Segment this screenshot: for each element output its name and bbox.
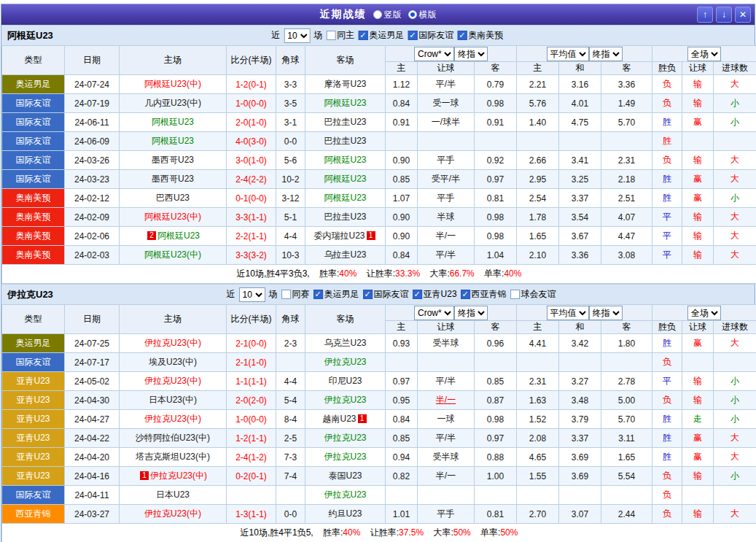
odds-cell: 0.90 (386, 151, 418, 170)
team-label: 沙特阿拉伯U23(中) (136, 433, 210, 443)
home-team-cell: 伊拉克U23(中) (120, 334, 227, 353)
corner-cell: 5-6 (276, 151, 305, 170)
score-cell: 1-0(0-0) (227, 410, 276, 429)
radio-checked-icon[interactable] (408, 10, 417, 19)
date-cell: 24-07-25 (65, 334, 120, 353)
filter-checkbox-option[interactable]: 球会友谊 (510, 288, 556, 301)
filter-checkbox-option[interactable]: 同主 (326, 29, 354, 42)
bookmaker-select[interactable]: Crow* (414, 47, 454, 61)
odds-cell: 2.31 (517, 372, 559, 391)
checkbox-icon[interactable] (413, 290, 422, 299)
filter-checkbox-option[interactable]: 奥运男足 (313, 288, 359, 301)
layout-option-vertical[interactable]: 竖版 (373, 9, 402, 21)
checkbox-icon[interactable] (363, 290, 373, 299)
odds-cell: 受半球 (418, 334, 475, 353)
filter-checkbox-option[interactable]: 同赛 (281, 288, 310, 301)
home-team-cell: 塔吉克斯坦U23(中) (120, 448, 227, 467)
odds-cell: 平手 (418, 189, 475, 208)
summary-stat-value: 40% (343, 527, 360, 538)
home-team-cell: 阿根廷U23(中) (120, 75, 227, 94)
filter-checkbox-option[interactable]: 奥运男足 (358, 29, 404, 42)
filter-checkbox-option[interactable]: 国际友谊 (408, 29, 453, 42)
sub-column-header: 主 (386, 321, 418, 334)
layout-option-horizontal[interactable]: 横版 (408, 9, 437, 21)
goals-result-cell: 大 (714, 208, 756, 227)
checkbox-icon[interactable] (510, 290, 520, 299)
arrow-up-icon: ↑ (703, 9, 707, 20)
filter-checkbox-option[interactable]: 奥南美预 (457, 29, 503, 42)
odds-cell: 0.84 (386, 246, 418, 265)
final-odds-select[interactable]: 终指 (589, 306, 623, 320)
bookmaker-select[interactable]: Crow* (414, 306, 454, 320)
match-count-select[interactable]: 10 (239, 287, 265, 302)
team-label: 伊拉克U23(中) (144, 338, 201, 348)
result-cell: 胜 (652, 448, 682, 467)
checkbox-icon[interactable] (326, 31, 335, 40)
scroll-down-button[interactable]: ↓ (716, 7, 732, 23)
final-odds-select[interactable]: 终指 (454, 47, 488, 61)
filter-checkbox-option[interactable]: 西亚青锦 (461, 288, 507, 301)
goals-result-cell (714, 486, 756, 505)
final-odds-select[interactable]: 终指 (454, 306, 488, 320)
odds-cell (386, 486, 418, 505)
odds-cell: 2.10 (517, 246, 559, 265)
away-team-cell: 泰国U23 (305, 467, 386, 486)
team-label: 阿根廷U23 (324, 155, 366, 165)
match-row: 国际友谊24-06-11阿根廷U232-0(1-0)3-1巴拉圭U230.91一… (2, 113, 756, 132)
odds-cell: 1.65 (601, 448, 652, 467)
result-cell: 负 (652, 94, 682, 113)
team-label: 巴西U23 (156, 193, 190, 203)
match-row: 亚青U2324-05-02伊拉克U23(中)1-1(1-1)4-4印尼U230.… (2, 372, 756, 391)
sub-column-header: 让球 (682, 321, 714, 334)
result-cell: 负 (652, 467, 682, 486)
sub-column-header: 进球数 (714, 321, 756, 334)
team-label: 委内瑞拉U23 (313, 231, 365, 241)
odds-cell: 2.18 (601, 170, 652, 189)
summary-stat-label: 单率: (478, 527, 501, 538)
match-row: 国际友谊24-03-23墨西哥U232-4(2-2)10-2阿根廷U230.85… (2, 170, 756, 189)
team-label: 阿根廷U23 (152, 136, 194, 146)
away-team-cell: 阿根廷U23 (305, 189, 386, 208)
checkbox-icon[interactable] (461, 290, 470, 299)
odds-cell: 0.93 (386, 334, 418, 353)
checkbox-icon[interactable] (313, 290, 323, 299)
period-select[interactable]: 全场 (687, 306, 721, 320)
date-cell: 24-04-30 (65, 391, 120, 410)
corner-cell (276, 486, 305, 505)
odds-cell: 0.94 (386, 448, 418, 467)
radio-unchecked-icon[interactable] (373, 10, 382, 19)
average-odds-select[interactable]: 平均值 (547, 306, 589, 320)
filter-checkbox-option[interactable]: 亚青U23 (413, 288, 457, 301)
checkbox-icon[interactable] (281, 290, 291, 299)
checkbox-icon[interactable] (457, 31, 467, 40)
final-odds-select[interactable]: 终指 (589, 47, 623, 61)
close-button[interactable]: ✕ (735, 7, 751, 23)
odds-cell: 0.81 (475, 505, 517, 524)
odds-cell: 0.90 (386, 227, 418, 246)
titlebar-buttons: ↑ ↓ ✕ (697, 7, 751, 23)
filter-checkbox-option[interactable]: 国际友谊 (363, 288, 409, 301)
team-label: 乌拉圭U23 (324, 249, 366, 260)
odds-cell: 1.55 (517, 467, 559, 486)
summary-prefix: 近10场,胜4平1负5, (241, 527, 313, 538)
odds-cell: 一/球半 (418, 113, 475, 132)
period-select[interactable]: 全场 (687, 47, 721, 61)
date-cell: 24-04-16 (65, 467, 120, 486)
checkbox-icon[interactable] (358, 31, 367, 40)
scroll-up-button[interactable]: ↑ (697, 7, 713, 23)
match-row: 亚青U2324-04-27伊拉克U23(中)1-0(0-0)8-4越南U2310… (2, 410, 756, 429)
asian-odds-header: Crow*终指 (386, 305, 517, 321)
score-cell: 2-0(2-0) (227, 391, 276, 410)
date-cell: 24-07-24 (65, 75, 120, 94)
odds-cell: 3.11 (601, 429, 652, 448)
corner-cell: 5-4 (276, 391, 305, 410)
match-count-select[interactable]: 10 (284, 28, 310, 43)
team-label: 阿根廷U23(中) (144, 212, 201, 222)
odds-cell: 4.41 (517, 334, 559, 353)
odds-cell: 2.51 (601, 189, 652, 208)
odds-cell: 5.54 (601, 467, 652, 486)
checkbox-icon[interactable] (408, 31, 417, 40)
match-type-cell: 亚青U23 (2, 391, 65, 410)
average-odds-select[interactable]: 平均值 (547, 47, 589, 61)
column-header: 主场 (120, 305, 227, 334)
